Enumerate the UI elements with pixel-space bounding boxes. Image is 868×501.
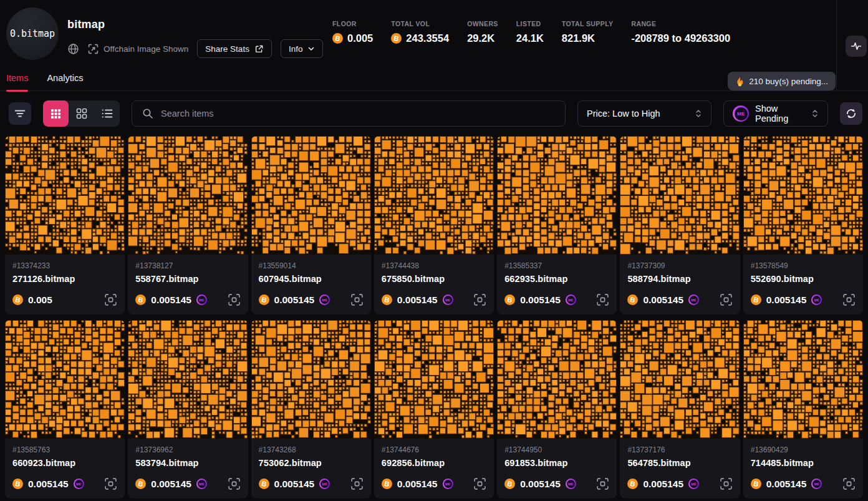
svg-text:B: B (261, 296, 267, 304)
expand-view-icon[interactable] (842, 293, 856, 306)
nft-card[interactable]: #13585763 660923.bitmap B 0.005145 ME (5, 320, 125, 499)
nft-card[interactable]: #13737309 588794.bitmap B 0.005145 ME (620, 136, 740, 314)
expand-view-icon[interactable] (350, 477, 364, 490)
nft-meta: #13744438 675850.bitmap B 0.005145 ME (374, 255, 494, 314)
search-bar (132, 100, 566, 127)
nft-price: 0.005145 (766, 479, 807, 490)
nft-image[interactable] (5, 320, 125, 439)
search-input[interactable] (161, 109, 555, 119)
nft-name: 583794.bitmap (135, 458, 240, 468)
nft-card[interactable]: #13737176 564785.bitmap B 0.005145 ME (620, 320, 740, 499)
view-grid-small-button[interactable] (43, 100, 69, 127)
inscription-number: #13585763 (12, 445, 117, 454)
nft-card[interactable]: #13738127 558767.bitmap B 0.005145 ME (128, 136, 248, 314)
magiceden-listing-icon: ME (688, 479, 699, 489)
sort-dropdown[interactable]: Price: Low to High (577, 100, 711, 127)
pending-filter-dropdown[interactable]: ME Show Pending (723, 100, 828, 127)
expand-view-icon[interactable] (596, 477, 609, 490)
view-list-button[interactable] (94, 100, 120, 127)
tab-analytics[interactable]: Analytics (47, 65, 83, 91)
nft-image[interactable] (251, 136, 371, 255)
nft-card[interactable]: #13374233 271126.bitmap B 0.005 ME (5, 136, 125, 314)
pending-buys-badge[interactable]: 210 buy(s) pending... (728, 72, 836, 90)
nft-name: 662935.bitmap (504, 274, 609, 284)
nft-card[interactable]: #13744676 692856.bitmap B 0.005145 ME (374, 320, 494, 499)
nft-image[interactable] (620, 136, 740, 255)
svg-text:B: B (14, 296, 21, 304)
nft-image[interactable] (743, 320, 863, 439)
nft-card[interactable]: #13736962 583794.bitmap B 0.005145 ME (128, 320, 248, 499)
nft-card[interactable]: #13743268 753062.bitmap B 0.005145 ME (251, 320, 371, 499)
nft-price: 0.005145 (643, 294, 683, 306)
nft-card[interactable]: #13690429 714485.bitmap B 0.005145 ME (743, 320, 863, 499)
nft-card[interactable]: #13559014 607945.bitmap B 0.005145 ME (251, 136, 371, 314)
nft-image[interactable] (128, 136, 248, 255)
collection-avatar[interactable]: 0.bitmap (6, 7, 59, 60)
activity-pulse-button[interactable] (846, 36, 867, 57)
refresh-button[interactable] (840, 102, 862, 125)
nft-name: 564785.bitmap (627, 458, 732, 468)
nft-image[interactable] (251, 320, 371, 439)
expand-view-icon[interactable] (473, 477, 486, 490)
magiceden-logo-icon: ME (733, 105, 749, 122)
nft-card[interactable]: #13585337 662935.bitmap B 0.005145 ME (497, 136, 617, 314)
nft-price: 0.005145 (274, 294, 315, 306)
magiceden-listing-icon: ME (196, 479, 207, 489)
tab-items[interactable]: Items (6, 65, 28, 91)
offchain-image-indicator: Offchain Image Shown (88, 44, 188, 54)
tab-analytics-label: Analytics (47, 73, 83, 83)
price-row: B 0.005145 ME (259, 477, 364, 490)
magiceden-listing-icon: ME (74, 479, 84, 489)
nft-price: 0.005145 (520, 294, 561, 306)
stat-total-supply: TOTAL SUPPLY 821.9K (562, 20, 614, 44)
nft-image[interactable] (128, 320, 248, 439)
nft-card[interactable]: #13744438 675850.bitmap B 0.005145 ME (374, 136, 494, 314)
nft-image[interactable] (743, 136, 863, 255)
nft-price: 0.005145 (28, 479, 69, 490)
nft-meta: #13585763 660923.bitmap B 0.005145 ME (5, 439, 125, 499)
nft-card[interactable]: #13744950 691853.bitmap B 0.005145 ME (497, 320, 617, 499)
expand-view-icon[interactable] (473, 293, 486, 306)
nft-meta: #13559014 607945.bitmap B 0.005145 ME (251, 255, 371, 314)
nft-image[interactable] (620, 320, 740, 439)
expand-view-icon[interactable] (228, 293, 241, 306)
bitcoin-icon: B (391, 33, 402, 44)
nft-image[interactable] (497, 136, 617, 255)
expand-view-icon[interactable] (228, 477, 241, 490)
nft-card[interactable]: #13578549 552690.bitmap B 0.005145 ME (743, 136, 863, 314)
expand-view-icon[interactable] (720, 477, 733, 490)
bitcoin-icon: B (504, 294, 515, 305)
share-icon (254, 44, 264, 54)
filter-button[interactable] (9, 102, 31, 125)
pending-buys-text: 210 buy(s) pending... (749, 77, 828, 86)
nft-image[interactable] (497, 320, 617, 439)
expand-view-icon[interactable] (596, 293, 609, 306)
bitcoin-icon: B (382, 294, 392, 305)
nft-image[interactable] (5, 136, 125, 255)
nft-meta: #13374233 271126.bitmap B 0.005 ME (5, 255, 125, 314)
globe-icon[interactable] (67, 43, 79, 55)
expand-view-icon[interactable] (720, 293, 733, 306)
view-grid-large-button[interactable] (69, 100, 94, 127)
expand-view-icon[interactable] (104, 293, 117, 306)
magiceden-listing-icon: ME (196, 294, 207, 305)
stat-total-vol: TOTAL VOL B 243.3554 (391, 20, 449, 44)
expand-view-icon[interactable] (350, 293, 364, 306)
expand-view-icon[interactable] (104, 477, 117, 490)
collection-title: bitmap (67, 18, 323, 31)
expand-view-icon[interactable] (842, 477, 856, 490)
stat-value: 821.9K (562, 32, 595, 44)
nft-price: 0.005145 (397, 479, 438, 490)
sort-selected-label: Price: Low to High (587, 109, 688, 119)
svg-text:B: B (14, 480, 21, 488)
nft-image[interactable] (374, 320, 494, 439)
bitcoin-icon: B (332, 33, 343, 44)
inscription-number: #13737309 (627, 261, 732, 270)
info-button[interactable]: Info (281, 39, 324, 58)
share-stats-button[interactable]: Share Stats (197, 39, 272, 58)
nft-name: 271126.bitmap (12, 274, 117, 284)
stat-value: 243.3554 (406, 32, 449, 44)
bitcoin-icon: B (504, 479, 515, 489)
nft-image[interactable] (374, 136, 494, 255)
tab-items-label: Items (6, 73, 28, 83)
